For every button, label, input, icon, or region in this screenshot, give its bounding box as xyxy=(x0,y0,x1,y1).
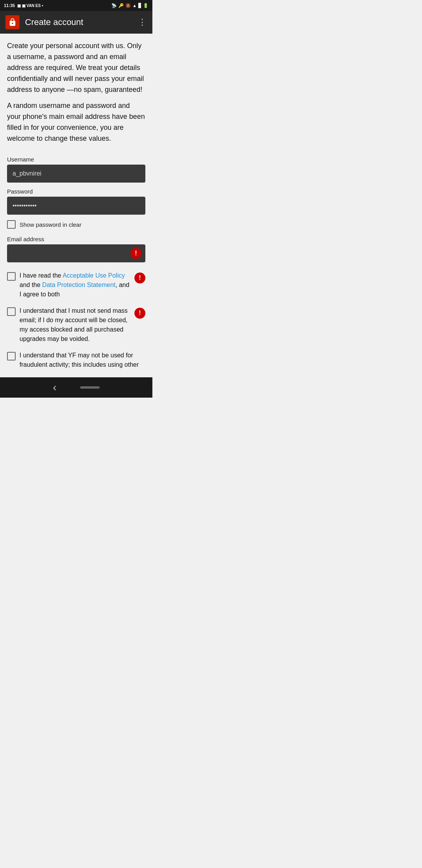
spam-text: I understand that I must not send mass e… xyxy=(20,306,131,344)
mute-icon: 🔕 xyxy=(125,3,131,8)
password-label: Password xyxy=(7,188,145,195)
cast-icon: 📡 xyxy=(111,3,117,8)
fraud-checkbox-wrapper xyxy=(7,352,16,362)
fraud-checkbox-row: I understand that YF may not be used for… xyxy=(7,351,145,369)
status-left: 11:35 ▣ ▣ VAN ES • xyxy=(4,3,43,8)
username-input[interactable] xyxy=(7,165,145,183)
tos-text-area: I have read the Acceptable Use Policy an… xyxy=(20,271,145,299)
spam-error-badge: ! xyxy=(134,308,145,319)
spam-checkbox-wrapper xyxy=(7,307,16,317)
password-input[interactable] xyxy=(7,197,145,215)
dps-link[interactable]: Data Protection Statement xyxy=(42,282,116,288)
tos-text: I have read the Acceptable Use Policy an… xyxy=(20,271,131,299)
tos-checkbox[interactable] xyxy=(7,272,16,281)
battery-icon: 🔋 xyxy=(143,3,148,8)
description-paragraph1: Create your personal account with us. On… xyxy=(7,41,145,95)
fraud-text-area: I understand that YF may not be used for… xyxy=(20,351,145,369)
spam-text-area: I understand that I must not send mass e… xyxy=(20,306,145,344)
show-password-row: Show password in clear xyxy=(7,220,145,229)
tos-error-badge: ! xyxy=(134,273,145,283)
show-password-label: Show password in clear xyxy=(20,221,81,228)
spam-checkbox[interactable] xyxy=(7,307,16,316)
email-field-wrapper: ! xyxy=(7,244,145,262)
back-button[interactable]: ‹ xyxy=(53,381,56,394)
key-icon: 🔑 xyxy=(118,3,124,8)
nav-bar: ‹ xyxy=(0,377,152,398)
status-right: 📡 🔑 🔕 ▲ ▊ 🔋 xyxy=(111,3,148,8)
aup-link[interactable]: Acceptable Use Policy xyxy=(63,272,125,279)
status-icons: ▣ ▣ VAN ES • xyxy=(17,4,43,8)
page-title: Create account xyxy=(25,17,132,27)
main-content: Create your personal account with us. On… xyxy=(0,34,152,377)
status-bar: 11:35 ▣ ▣ VAN ES • 📡 🔑 🔕 ▲ ▊ 🔋 xyxy=(0,0,152,11)
app-logo xyxy=(5,15,20,29)
tos-checkbox-row: I have read the Acceptable Use Policy an… xyxy=(7,271,145,299)
fraud-checkbox[interactable] xyxy=(7,352,16,360)
email-label: Email address xyxy=(7,236,145,242)
show-password-checkbox[interactable] xyxy=(7,220,16,229)
description-paragraph2: A random username and password and your … xyxy=(7,100,145,144)
username-label: Username xyxy=(7,156,145,163)
signal-icon: ▊ xyxy=(138,3,141,8)
app-bar: Create account ⋮ xyxy=(0,11,152,34)
home-indicator[interactable] xyxy=(80,386,100,389)
tos-checkbox-wrapper xyxy=(7,272,16,282)
email-input[interactable] xyxy=(7,244,145,262)
wifi-icon: ▲ xyxy=(132,3,137,8)
fraud-text: I understand that YF may not be used for… xyxy=(20,351,145,369)
spam-checkbox-row: I understand that I must not send mass e… xyxy=(7,306,145,344)
registration-form: Username Password Show password in clear… xyxy=(7,156,145,369)
overflow-menu-button[interactable]: ⋮ xyxy=(138,17,147,27)
status-time: 11:35 xyxy=(4,3,15,8)
